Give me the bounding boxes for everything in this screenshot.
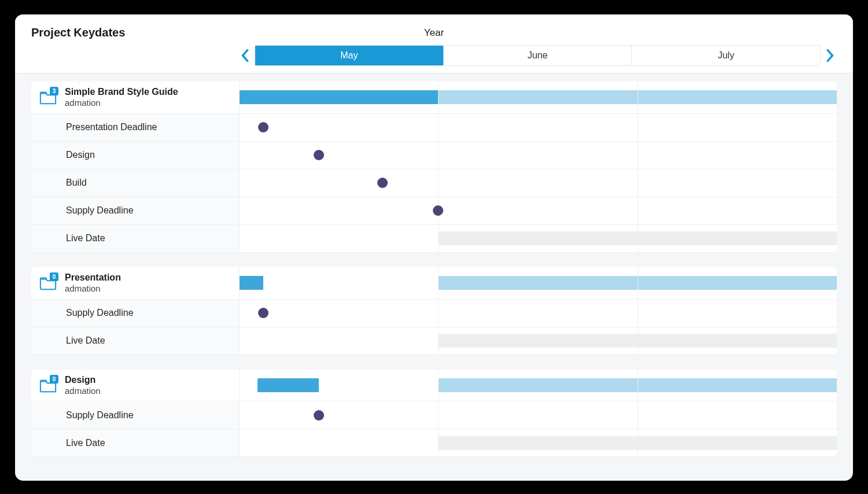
milestone-label-cell: Live Date	[31, 327, 240, 355]
milestone-label-cell: Supply Deadline	[31, 401, 240, 429]
month-column	[240, 267, 439, 299]
month-column	[439, 401, 638, 429]
milestone-dot[interactable]	[314, 150, 324, 160]
month-column	[638, 142, 837, 169]
timeline-cell	[240, 327, 837, 355]
milestone-label-cell: Presentation Deadline	[31, 114, 240, 141]
project-group: 0PresentationadmationSupply DeadlineLive…	[31, 267, 837, 355]
project-header-row[interactable]: 0Presentationadmation	[31, 267, 837, 299]
folder-badge: 0	[50, 375, 58, 384]
placeholder-bar[interactable]	[638, 231, 837, 245]
project-name: Simple Brand Style Guide	[65, 86, 178, 98]
project-header-row[interactable]: 3Simple Brand Style Guideadmation	[31, 82, 837, 113]
month-column	[240, 401, 439, 429]
duration-bar[interactable]	[439, 378, 637, 392]
month-column	[439, 370, 638, 401]
placeholder-bar[interactable]	[439, 231, 637, 245]
duration-bar[interactable]	[258, 378, 319, 392]
month-column	[240, 197, 439, 224]
month-column	[638, 401, 837, 429]
project-text: Designadmation	[65, 374, 101, 397]
milestone-label-cell: Live Date	[31, 429, 240, 456]
milestone-row: Supply Deadline	[31, 299, 837, 327]
milestone-dot[interactable]	[314, 410, 324, 421]
project-subtitle: admation	[65, 98, 178, 109]
next-month-button[interactable]	[824, 47, 837, 64]
month-column	[638, 82, 837, 113]
placeholder-bar[interactable]	[439, 436, 637, 450]
month-tab-may[interactable]: May	[255, 46, 444, 65]
month-column	[439, 114, 638, 141]
month-column	[638, 225, 837, 252]
month-column	[439, 267, 638, 299]
milestone-label-cell: Supply Deadline	[31, 300, 240, 327]
project-subtitle: admation	[65, 283, 121, 294]
duration-bar[interactable]	[240, 90, 438, 104]
milestone-row: Supply Deadline	[31, 401, 837, 429]
timeline-cell	[240, 429, 837, 456]
month-column	[240, 142, 439, 169]
placeholder-bar[interactable]	[638, 436, 837, 450]
month-column	[439, 327, 638, 355]
milestone-label-cell: Supply Deadline	[31, 197, 240, 224]
milestone-label: Live Date	[39, 438, 105, 448]
milestone-row: Build	[31, 169, 837, 197]
milestone-row: Live Date	[31, 429, 837, 456]
month-column	[240, 300, 439, 327]
milestone-label-cell: Live Date	[31, 225, 240, 252]
timeline-cell	[240, 142, 837, 169]
app-window: Project Keydates Year MayJuneJuly 3Simpl…	[15, 14, 853, 481]
milestone-row: Supply Deadline	[31, 197, 837, 224]
project-label-cell: 3Simple Brand Style Guideadmation	[31, 82, 240, 113]
milestone-row: Live Date	[31, 327, 837, 355]
month-tab-july[interactable]: July	[632, 46, 820, 65]
month-column	[638, 267, 837, 299]
milestone-label: Supply Deadline	[39, 205, 134, 216]
month-tab-june[interactable]: June	[444, 46, 632, 65]
milestone-dot[interactable]	[258, 122, 269, 132]
month-column	[240, 327, 439, 355]
duration-bar[interactable]	[240, 276, 263, 290]
timeline-cell	[240, 300, 837, 327]
header-top: Project Keydates Year	[31, 26, 837, 39]
month-column	[638, 169, 837, 197]
month-column	[240, 114, 439, 141]
project-subtitle: admation	[65, 386, 101, 397]
milestone-label: Supply Deadline	[39, 410, 134, 421]
month-column	[439, 429, 638, 456]
timeline-cell	[240, 267, 837, 299]
duration-bar[interactable]	[638, 90, 837, 104]
milestone-row: Presentation Deadline	[31, 113, 837, 141]
month-column	[439, 169, 638, 197]
month-column	[240, 225, 439, 252]
month-column	[240, 370, 439, 401]
month-column	[439, 82, 638, 113]
duration-bar[interactable]	[638, 276, 837, 290]
milestone-row: Live Date	[31, 224, 837, 252]
placeholder-bar[interactable]	[638, 334, 837, 348]
project-header-row[interactable]: 0Designadmation	[31, 370, 837, 401]
timeline-cell	[240, 169, 837, 197]
month-column	[638, 300, 837, 327]
folder-icon[interactable]: 0	[39, 378, 57, 393]
timeline-cell	[240, 197, 837, 224]
placeholder-bar[interactable]	[439, 334, 637, 348]
project-label-cell: 0Presentationadmation	[31, 267, 240, 299]
duration-bar[interactable]	[638, 378, 837, 392]
month-column	[439, 300, 638, 327]
chevron-right-icon	[826, 49, 834, 62]
month-column	[638, 327, 837, 355]
month-column	[439, 225, 638, 252]
folder-icon[interactable]: 0	[39, 275, 57, 290]
duration-bar[interactable]	[439, 276, 637, 290]
page-title: Project Keydates	[31, 26, 125, 39]
milestone-dot[interactable]	[258, 308, 269, 318]
duration-bar[interactable]	[439, 90, 637, 104]
milestone-label: Presentation Deadline	[39, 122, 157, 132]
folder-icon[interactable]: 3	[39, 90, 57, 105]
project-name: Presentation	[65, 272, 121, 283]
milestone-dot[interactable]	[377, 178, 388, 188]
prev-month-button[interactable]	[238, 47, 251, 64]
month-column	[240, 429, 439, 456]
milestone-label: Build	[39, 178, 87, 188]
